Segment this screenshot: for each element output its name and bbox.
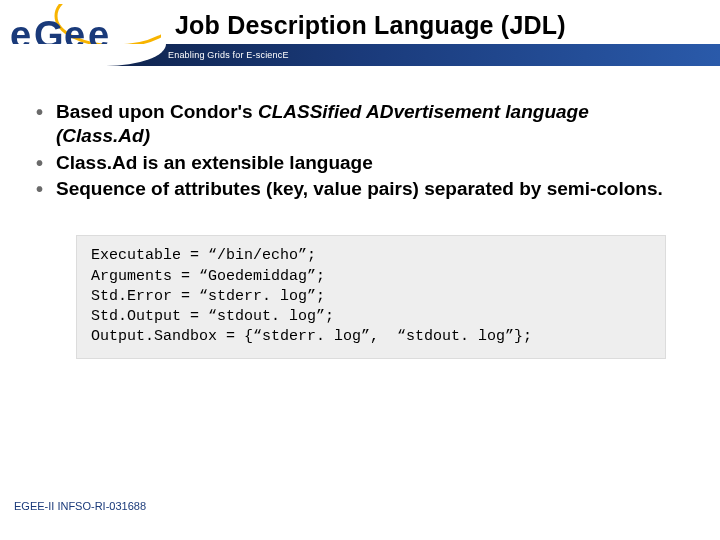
bullet-text: Class.Ad is an extensible language	[56, 152, 373, 173]
svg-point-2	[72, 4, 160, 38]
bullet-item: Based upon Condor's CLASSified ADvertise…	[34, 100, 686, 149]
slide-footer: EGEE-II INFSO-RI-031688	[14, 500, 146, 512]
code-block: Executable = “/bin/echo”; Arguments = “G…	[76, 235, 666, 358]
slide-title: Job Description Language (JDL)	[175, 11, 566, 40]
bullet-item: Sequence of attributes (key, value pairs…	[34, 177, 686, 201]
bullet-list: Based upon Condor's CLASSified ADvertise…	[34, 100, 686, 201]
bullet-item: Class.Ad is an extensible language	[34, 151, 686, 175]
slide-header: e G e e Job Description Language (JDL) E…	[0, 0, 720, 72]
title-band: Job Description Language (JDL)	[165, 6, 716, 44]
bullet-text: Sequence of attributes (key, value pairs…	[56, 178, 663, 199]
bullet-text: Based upon Condor's	[56, 101, 258, 122]
header-tagline: Enabling Grids for E-sciencE	[168, 50, 289, 60]
slide-body: Based upon Condor's CLASSified ADvertise…	[0, 72, 720, 359]
